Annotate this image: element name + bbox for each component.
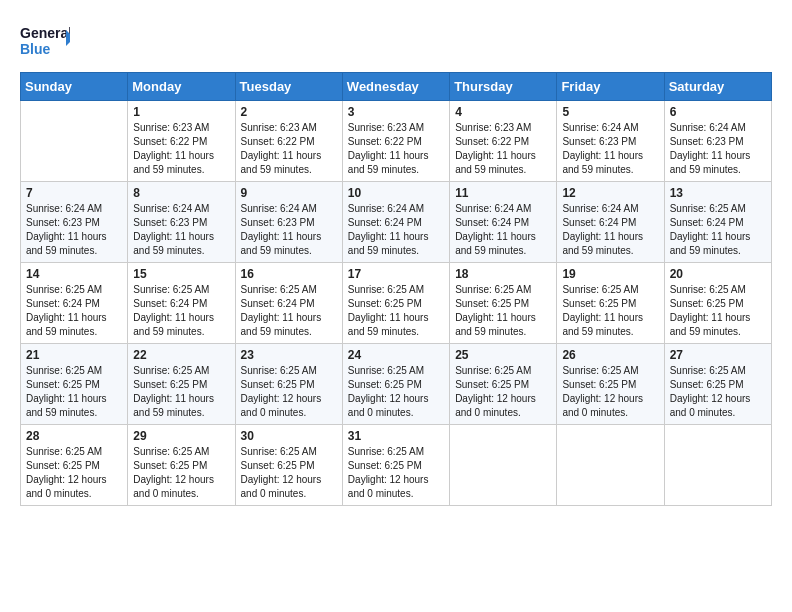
- calendar-cell: 6Sunrise: 6:24 AM Sunset: 6:23 PM Daylig…: [664, 101, 771, 182]
- calendar-cell: [664, 425, 771, 506]
- day-info: Sunrise: 6:24 AM Sunset: 6:24 PM Dayligh…: [455, 202, 551, 258]
- logo-svg: General Blue: [20, 20, 70, 62]
- calendar-cell: 13Sunrise: 6:25 AM Sunset: 6:24 PM Dayli…: [664, 182, 771, 263]
- weekday-header-thursday: Thursday: [450, 73, 557, 101]
- weekday-header-wednesday: Wednesday: [342, 73, 449, 101]
- day-info: Sunrise: 6:24 AM Sunset: 6:23 PM Dayligh…: [133, 202, 229, 258]
- day-number: 9: [241, 186, 337, 200]
- day-number: 24: [348, 348, 444, 362]
- calendar-cell: 16Sunrise: 6:25 AM Sunset: 6:24 PM Dayli…: [235, 263, 342, 344]
- day-info: Sunrise: 6:24 AM Sunset: 6:24 PM Dayligh…: [562, 202, 658, 258]
- day-info: Sunrise: 6:25 AM Sunset: 6:24 PM Dayligh…: [241, 283, 337, 339]
- day-number: 4: [455, 105, 551, 119]
- calendar-cell: 2Sunrise: 6:23 AM Sunset: 6:22 PM Daylig…: [235, 101, 342, 182]
- calendar-week-row: 7Sunrise: 6:24 AM Sunset: 6:23 PM Daylig…: [21, 182, 772, 263]
- calendar-cell: 14Sunrise: 6:25 AM Sunset: 6:24 PM Dayli…: [21, 263, 128, 344]
- weekday-header-tuesday: Tuesday: [235, 73, 342, 101]
- weekday-header-friday: Friday: [557, 73, 664, 101]
- day-number: 29: [133, 429, 229, 443]
- day-info: Sunrise: 6:25 AM Sunset: 6:24 PM Dayligh…: [133, 283, 229, 339]
- day-number: 11: [455, 186, 551, 200]
- day-info: Sunrise: 6:25 AM Sunset: 6:25 PM Dayligh…: [133, 445, 229, 501]
- day-number: 20: [670, 267, 766, 281]
- calendar-cell: 4Sunrise: 6:23 AM Sunset: 6:22 PM Daylig…: [450, 101, 557, 182]
- day-number: 12: [562, 186, 658, 200]
- weekday-header-sunday: Sunday: [21, 73, 128, 101]
- day-number: 28: [26, 429, 122, 443]
- day-number: 26: [562, 348, 658, 362]
- calendar-cell: [450, 425, 557, 506]
- calendar-cell: 5Sunrise: 6:24 AM Sunset: 6:23 PM Daylig…: [557, 101, 664, 182]
- day-number: 30: [241, 429, 337, 443]
- day-info: Sunrise: 6:25 AM Sunset: 6:25 PM Dayligh…: [348, 364, 444, 420]
- calendar-cell: [21, 101, 128, 182]
- day-info: Sunrise: 6:25 AM Sunset: 6:25 PM Dayligh…: [348, 283, 444, 339]
- day-number: 21: [26, 348, 122, 362]
- day-number: 31: [348, 429, 444, 443]
- day-number: 2: [241, 105, 337, 119]
- day-info: Sunrise: 6:25 AM Sunset: 6:25 PM Dayligh…: [670, 283, 766, 339]
- day-info: Sunrise: 6:25 AM Sunset: 6:25 PM Dayligh…: [26, 445, 122, 501]
- day-info: Sunrise: 6:24 AM Sunset: 6:23 PM Dayligh…: [562, 121, 658, 177]
- day-number: 27: [670, 348, 766, 362]
- calendar-table: SundayMondayTuesdayWednesdayThursdayFrid…: [20, 72, 772, 506]
- calendar-cell: 31Sunrise: 6:25 AM Sunset: 6:25 PM Dayli…: [342, 425, 449, 506]
- calendar-cell: 27Sunrise: 6:25 AM Sunset: 6:25 PM Dayli…: [664, 344, 771, 425]
- calendar-cell: 28Sunrise: 6:25 AM Sunset: 6:25 PM Dayli…: [21, 425, 128, 506]
- day-info: Sunrise: 6:25 AM Sunset: 6:24 PM Dayligh…: [670, 202, 766, 258]
- calendar-cell: 23Sunrise: 6:25 AM Sunset: 6:25 PM Dayli…: [235, 344, 342, 425]
- day-info: Sunrise: 6:24 AM Sunset: 6:24 PM Dayligh…: [348, 202, 444, 258]
- day-number: 23: [241, 348, 337, 362]
- calendar-cell: 26Sunrise: 6:25 AM Sunset: 6:25 PM Dayli…: [557, 344, 664, 425]
- day-info: Sunrise: 6:24 AM Sunset: 6:23 PM Dayligh…: [670, 121, 766, 177]
- day-number: 15: [133, 267, 229, 281]
- calendar-cell: 22Sunrise: 6:25 AM Sunset: 6:25 PM Dayli…: [128, 344, 235, 425]
- day-info: Sunrise: 6:25 AM Sunset: 6:25 PM Dayligh…: [26, 364, 122, 420]
- weekday-header-monday: Monday: [128, 73, 235, 101]
- day-info: Sunrise: 6:25 AM Sunset: 6:25 PM Dayligh…: [562, 283, 658, 339]
- calendar-cell: 1Sunrise: 6:23 AM Sunset: 6:22 PM Daylig…: [128, 101, 235, 182]
- day-info: Sunrise: 6:23 AM Sunset: 6:22 PM Dayligh…: [348, 121, 444, 177]
- weekday-header-row: SundayMondayTuesdayWednesdayThursdayFrid…: [21, 73, 772, 101]
- calendar-week-row: 21Sunrise: 6:25 AM Sunset: 6:25 PM Dayli…: [21, 344, 772, 425]
- day-info: Sunrise: 6:23 AM Sunset: 6:22 PM Dayligh…: [133, 121, 229, 177]
- calendar-cell: 25Sunrise: 6:25 AM Sunset: 6:25 PM Dayli…: [450, 344, 557, 425]
- day-info: Sunrise: 6:25 AM Sunset: 6:25 PM Dayligh…: [241, 364, 337, 420]
- calendar-week-row: 1Sunrise: 6:23 AM Sunset: 6:22 PM Daylig…: [21, 101, 772, 182]
- calendar-cell: 10Sunrise: 6:24 AM Sunset: 6:24 PM Dayli…: [342, 182, 449, 263]
- calendar-cell: 17Sunrise: 6:25 AM Sunset: 6:25 PM Dayli…: [342, 263, 449, 344]
- day-number: 8: [133, 186, 229, 200]
- calendar-cell: 29Sunrise: 6:25 AM Sunset: 6:25 PM Dayli…: [128, 425, 235, 506]
- day-number: 17: [348, 267, 444, 281]
- calendar-cell: 9Sunrise: 6:24 AM Sunset: 6:23 PM Daylig…: [235, 182, 342, 263]
- day-number: 10: [348, 186, 444, 200]
- day-info: Sunrise: 6:23 AM Sunset: 6:22 PM Dayligh…: [455, 121, 551, 177]
- day-number: 7: [26, 186, 122, 200]
- day-info: Sunrise: 6:24 AM Sunset: 6:23 PM Dayligh…: [241, 202, 337, 258]
- calendar-cell: 12Sunrise: 6:24 AM Sunset: 6:24 PM Dayli…: [557, 182, 664, 263]
- calendar-cell: 19Sunrise: 6:25 AM Sunset: 6:25 PM Dayli…: [557, 263, 664, 344]
- day-info: Sunrise: 6:25 AM Sunset: 6:25 PM Dayligh…: [241, 445, 337, 501]
- day-info: Sunrise: 6:25 AM Sunset: 6:25 PM Dayligh…: [133, 364, 229, 420]
- calendar-cell: 8Sunrise: 6:24 AM Sunset: 6:23 PM Daylig…: [128, 182, 235, 263]
- calendar-cell: 15Sunrise: 6:25 AM Sunset: 6:24 PM Dayli…: [128, 263, 235, 344]
- day-info: Sunrise: 6:25 AM Sunset: 6:25 PM Dayligh…: [562, 364, 658, 420]
- calendar-cell: 11Sunrise: 6:24 AM Sunset: 6:24 PM Dayli…: [450, 182, 557, 263]
- calendar-week-row: 14Sunrise: 6:25 AM Sunset: 6:24 PM Dayli…: [21, 263, 772, 344]
- calendar-cell: 30Sunrise: 6:25 AM Sunset: 6:25 PM Dayli…: [235, 425, 342, 506]
- day-info: Sunrise: 6:25 AM Sunset: 6:25 PM Dayligh…: [455, 283, 551, 339]
- day-number: 6: [670, 105, 766, 119]
- page-header: General Blue: [20, 20, 772, 62]
- day-info: Sunrise: 6:25 AM Sunset: 6:25 PM Dayligh…: [455, 364, 551, 420]
- logo: General Blue: [20, 20, 70, 62]
- calendar-cell: 3Sunrise: 6:23 AM Sunset: 6:22 PM Daylig…: [342, 101, 449, 182]
- calendar-cell: 21Sunrise: 6:25 AM Sunset: 6:25 PM Dayli…: [21, 344, 128, 425]
- day-number: 3: [348, 105, 444, 119]
- svg-text:General: General: [20, 25, 70, 41]
- calendar-cell: [557, 425, 664, 506]
- day-info: Sunrise: 6:25 AM Sunset: 6:25 PM Dayligh…: [348, 445, 444, 501]
- svg-text:Blue: Blue: [20, 41, 51, 57]
- calendar-cell: 20Sunrise: 6:25 AM Sunset: 6:25 PM Dayli…: [664, 263, 771, 344]
- day-number: 13: [670, 186, 766, 200]
- day-info: Sunrise: 6:25 AM Sunset: 6:24 PM Dayligh…: [26, 283, 122, 339]
